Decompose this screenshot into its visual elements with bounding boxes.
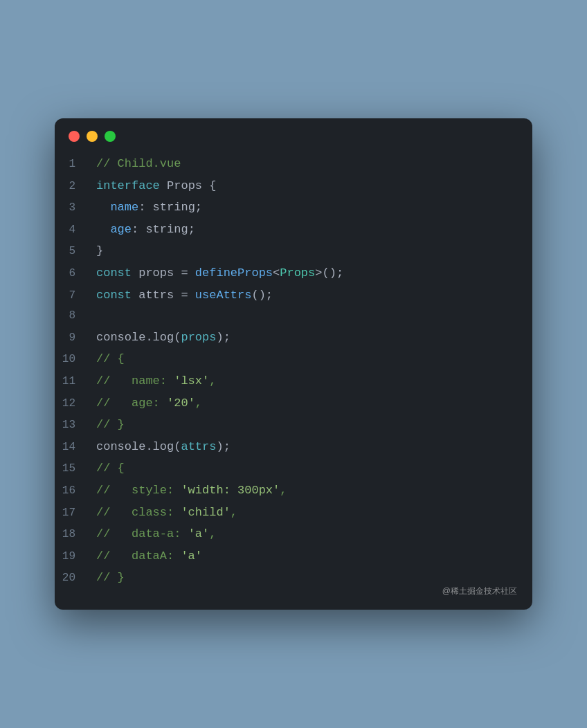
code-line: 3 name: string; xyxy=(55,197,532,219)
line-number: 17 xyxy=(55,504,89,522)
line-content: } xyxy=(89,242,532,260)
token: Props xyxy=(280,266,315,280)
code-line: 12// age: '20', xyxy=(55,392,532,415)
minimize-dot[interactable] xyxy=(87,131,98,142)
line-content: // { xyxy=(89,459,532,477)
code-line: 8 xyxy=(55,306,532,327)
line-content: // class: 'child', xyxy=(89,503,532,522)
line-content: // } xyxy=(89,568,532,587)
token: // data-a: xyxy=(96,527,188,540)
token: : string; xyxy=(138,201,202,214)
code-line: 6const props = defineProps<Props>(); xyxy=(55,262,532,284)
code-area: 1// Child.vue2interface Props {3 name: s… xyxy=(55,153,532,589)
token: (); xyxy=(251,289,273,302)
token: < xyxy=(273,266,280,280)
code-line: 5} xyxy=(55,240,532,262)
titlebar xyxy=(55,118,532,153)
line-number: 4 xyxy=(55,221,89,239)
line-number: 12 xyxy=(55,395,89,413)
line-number: 2 xyxy=(55,178,89,196)
line-number: 16 xyxy=(55,482,89,500)
line-number: 3 xyxy=(55,199,89,217)
token: // name: xyxy=(96,374,174,388)
token: attrs xyxy=(181,440,216,453)
token: interface xyxy=(96,179,160,192)
code-line: 7const attrs = useAttrs(); xyxy=(55,284,532,307)
token: } xyxy=(96,244,103,257)
line-content: interface Props { xyxy=(89,176,532,195)
code-line: 11// name: 'lsx', xyxy=(55,370,532,392)
token: 'a' xyxy=(181,549,202,563)
token: .log( xyxy=(145,331,181,344)
code-line: 1// Child.vue xyxy=(55,153,532,175)
line-content: const attrs = useAttrs(); xyxy=(89,286,532,304)
code-line: 18// data-a: 'a', xyxy=(55,523,532,545)
token: , xyxy=(280,484,287,497)
token: 'lsx' xyxy=(174,374,209,388)
line-number: 10 xyxy=(55,351,89,369)
token: >(); xyxy=(315,266,343,280)
line-content: // data-a: 'a', xyxy=(89,525,532,543)
token: useAttrs xyxy=(195,289,252,302)
token: const xyxy=(96,266,132,280)
code-line: 4 age: string; xyxy=(55,219,532,241)
token: 'a' xyxy=(188,527,210,540)
line-content: // age: '20', xyxy=(89,394,532,412)
close-dot[interactable] xyxy=(69,131,80,142)
line-number: 1 xyxy=(55,156,89,174)
code-line: 14console.log(attrs); xyxy=(55,436,532,458)
token: age xyxy=(96,223,132,236)
line-content: // dataA: 'a' xyxy=(89,547,532,565)
token: console xyxy=(96,331,145,344)
code-line: 19// dataA: 'a' xyxy=(55,545,532,567)
line-number: 6 xyxy=(55,265,89,283)
line-content: // style: 'width: 300px', xyxy=(89,481,532,500)
token: // Child.vue xyxy=(96,157,181,170)
maximize-dot[interactable] xyxy=(105,131,116,142)
line-content: name: string; xyxy=(89,198,532,217)
line-content: // { xyxy=(89,349,532,368)
line-number: 7 xyxy=(55,287,89,305)
token: attrs = xyxy=(132,289,195,302)
token: Props { xyxy=(160,179,217,192)
line-number: 5 xyxy=(55,243,89,261)
token: , xyxy=(209,527,216,540)
line-number: 19 xyxy=(55,548,89,566)
token: , xyxy=(209,374,216,388)
token: // } xyxy=(96,571,125,584)
line-number: 18 xyxy=(55,526,89,544)
token: // { xyxy=(96,462,125,475)
line-number: 9 xyxy=(55,329,89,347)
code-window: 1// Child.vue2interface Props {3 name: s… xyxy=(55,118,532,610)
token: const xyxy=(96,289,132,302)
line-number: 11 xyxy=(55,373,89,391)
token: , xyxy=(195,397,202,410)
code-line: 16// style: 'width: 300px', xyxy=(55,480,532,502)
line-number: 15 xyxy=(55,460,89,478)
token: // style: xyxy=(96,484,181,497)
token: 'width: 300px' xyxy=(181,484,280,497)
token: // { xyxy=(96,352,125,365)
line-content: age: string; xyxy=(89,220,532,239)
line-content: console.log(attrs); xyxy=(89,437,532,456)
token: // class: xyxy=(96,506,181,519)
line-content: const props = defineProps<Props>(); xyxy=(89,264,532,282)
line-content: // Child.vue xyxy=(89,154,532,173)
token: // } xyxy=(96,418,125,431)
token: , xyxy=(231,506,237,519)
token: // dataA: xyxy=(96,549,181,563)
code-line: 9console.log(props); xyxy=(55,327,532,349)
app-window: 1// Child.vue2interface Props {3 name: s… xyxy=(55,118,532,610)
token: : string; xyxy=(132,223,195,236)
token: console xyxy=(96,440,145,453)
line-number: 13 xyxy=(55,417,89,435)
code-line: 17// class: 'child', xyxy=(55,502,532,524)
watermark: @稀土掘金技术社区 xyxy=(442,585,517,597)
token: 'child' xyxy=(181,506,230,519)
code-line: 13// } xyxy=(55,414,532,436)
token: ); xyxy=(216,440,230,453)
token: defineProps xyxy=(195,266,273,280)
token: .log( xyxy=(145,440,181,453)
token: // age: xyxy=(96,397,167,410)
token: '20' xyxy=(167,397,195,410)
